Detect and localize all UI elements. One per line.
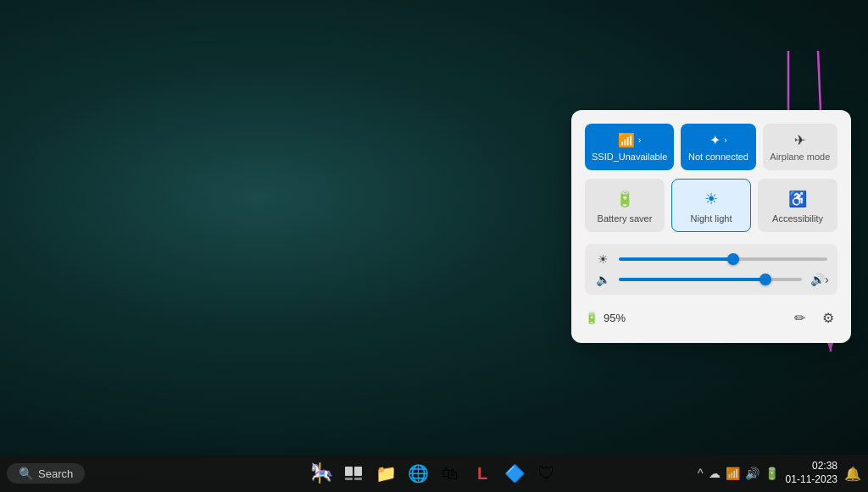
wifi-label: SSID_Unavailable (592, 152, 667, 162)
tray-up-arrow[interactable]: ^ (698, 467, 704, 480)
accessibility-toggle[interactable]: ♿ Accessibility (758, 179, 837, 232)
tray-cloud-icon[interactable]: ☁ (709, 467, 721, 480)
brightness-slider-row: ☀ (595, 252, 827, 266)
volume-slider-row: 🔈 🔊› (595, 273, 827, 286)
svg-rect-5 (345, 478, 353, 480)
battery-saver-toggle[interactable]: 🔋 Battery saver (585, 179, 665, 232)
accessibility-label: Accessibility (772, 213, 823, 224)
svg-rect-3 (345, 467, 353, 476)
taskbar-app-mcafee[interactable]: 🛡 (531, 458, 562, 489)
tray-battery-icon[interactable]: 🔋 (765, 467, 779, 480)
taskbar-right: ^ ☁ 📶 🔊 🔋 02:38 01-11-2023 🔔 (698, 460, 861, 486)
clock-date: 01-11-2023 (786, 473, 837, 487)
sys-tray: ^ ☁ 📶 🔊 🔋 (698, 467, 779, 480)
battery-info: 🔋 95% (585, 312, 626, 324)
taskbar-app-taskview[interactable] (338, 458, 369, 489)
bluetooth-chevron: › (724, 135, 726, 145)
edit-button[interactable]: ✏ (791, 307, 809, 329)
footer-icons: ✏ ⚙ (791, 307, 837, 329)
svg-rect-6 (354, 478, 362, 480)
taskbar-app-store[interactable]: 🛍 (435, 458, 465, 489)
bluetooth-toggle[interactable]: ✦ › Not connected (681, 124, 755, 170)
taskbar-app-explorer[interactable]: 📁 (370, 458, 401, 489)
airplane-label: Airplane mode (770, 152, 831, 162)
night-light-label: Night light (691, 213, 732, 224)
svg-rect-4 (354, 467, 362, 476)
sliders-section: ☀ 🔈 🔊› (585, 244, 837, 295)
wifi-chevron: › (638, 135, 641, 145)
taskbar-app-edge[interactable]: 🌐 (403, 458, 433, 489)
quick-settings-panel: 📶 › SSID_Unavailable ✦ › Not connected ✈… (571, 110, 851, 343)
airplane-toggle[interactable]: ✈ Airplane mode (763, 124, 837, 170)
battery-saver-label: Battery saver (598, 213, 653, 224)
search-text: Search (38, 467, 73, 480)
bluetooth-label: Not connected (687, 152, 748, 162)
taskbar-left: 🔍 Search (7, 463, 85, 484)
tray-volume-icon[interactable]: 🔊 (745, 467, 760, 480)
settings-button[interactable]: ⚙ (819, 307, 837, 329)
taskbar-app-widgets[interactable]: 🎠 (306, 458, 337, 489)
night-light-icon: ☀ (679, 190, 743, 208)
taskbar-apps: 🎠 📁 🌐 🛍 L 🔷 🛡 (306, 458, 562, 489)
airplane-icon: ✈ (794, 132, 805, 148)
battery-percent: 95% (604, 312, 626, 324)
taskbar-center: 🎠 📁 🌐 🛍 L 🔷 🛡 (306, 458, 562, 489)
clock[interactable]: 02:38 01-11-2023 (786, 460, 837, 486)
taskbar: 🔍 Search 🎠 📁 🌐 🛍 L 🔷 🛡 ^ ☁ (0, 455, 868, 492)
search-box[interactable]: 🔍 Search (7, 463, 85, 484)
battery-icon: 🔋 (585, 312, 598, 324)
volume-end-icon: 🔊› (810, 273, 827, 286)
tray-wifi-icon[interactable]: 📶 (726, 467, 740, 480)
clock-time: 02:38 (786, 460, 837, 473)
toggle-row-2: 🔋 Battery saver ☀ Night light ♿ Accessib… (585, 179, 837, 232)
volume-thumb[interactable] (760, 274, 771, 285)
volume-slider[interactable] (619, 278, 802, 281)
battery-saver-icon: 🔋 (592, 190, 658, 208)
panel-footer: 🔋 95% ✏ ⚙ (585, 303, 837, 329)
taskbar-app-lcard[interactable]: L (467, 458, 498, 489)
night-light-toggle[interactable]: ☀ Night light (671, 179, 751, 232)
brightness-slider[interactable] (619, 257, 827, 261)
notification-icon[interactable]: 🔔 (844, 466, 861, 482)
bluetooth-icon: ✦ (709, 132, 721, 148)
wifi-toggle[interactable]: 📶 › SSID_Unavailable (585, 124, 674, 170)
search-icon: 🔍 (19, 467, 33, 480)
brightness-thumb[interactable] (727, 253, 739, 265)
accessibility-icon: ♿ (765, 190, 831, 208)
volume-icon: 🔈 (595, 273, 610, 286)
toggle-row-1: 📶 › SSID_Unavailable ✦ › Not connected ✈… (585, 124, 837, 170)
desktop: 📶 › SSID_Unavailable ✦ › Not connected ✈… (0, 0, 868, 492)
taskbar-app-app2[interactable]: 🔷 (499, 458, 530, 489)
wifi-icon: 📶 (618, 132, 635, 148)
brightness-icon: ☀ (595, 252, 610, 266)
